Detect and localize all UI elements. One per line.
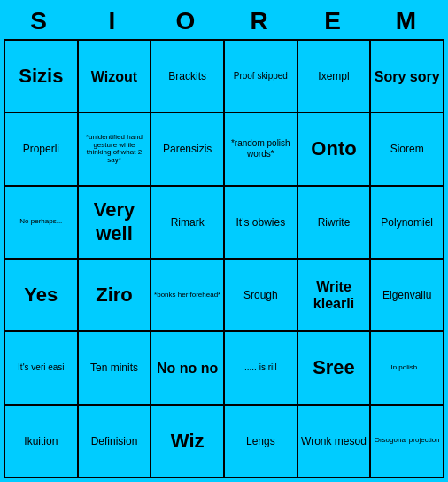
table-row: *bonks her forehead* <box>151 260 225 332</box>
table-row: It's obwies <box>225 187 298 260</box>
table-row: Lengs <box>225 406 298 478</box>
table-row: Wronk mesod <box>298 406 372 478</box>
table-row: Yes <box>5 260 79 332</box>
table-row: Riwrite <box>298 187 372 260</box>
table-row: Definision <box>79 406 152 478</box>
table-row: Properli <box>5 113 79 186</box>
table-row: Wizout <box>79 41 152 113</box>
table-row: Wiz <box>151 406 225 478</box>
bingo-header: S I O R E M <box>4 4 444 39</box>
table-row: Srough <box>225 260 298 332</box>
table-row: Sree <box>298 332 372 405</box>
table-row: Brackits <box>151 41 225 113</box>
table-row: *random polish words* <box>225 113 298 186</box>
table-row: ..... is riil <box>225 332 298 405</box>
header-r: R <box>224 7 297 35</box>
table-row: Very well <box>79 187 152 260</box>
table-row: Parensizis <box>151 113 225 186</box>
header-o: O <box>151 7 224 35</box>
table-row: No perhaps... <box>5 187 79 260</box>
header-e: E <box>297 7 371 35</box>
header-s: S <box>4 7 77 35</box>
bingo-grid: SizisWizoutBrackitsProof skippedIxemplSo… <box>4 39 444 478</box>
table-row: Onto <box>298 113 372 186</box>
table-row: Sory sory <box>371 41 444 113</box>
table-row: In polish... <box>371 332 444 405</box>
table-row: No no no <box>151 332 225 405</box>
header-i: I <box>77 7 151 35</box>
table-row: Rimark <box>151 187 225 260</box>
header-m: M <box>371 7 444 35</box>
table-row: Eigenvaliu <box>371 260 444 332</box>
table-row: Ten minits <box>79 332 152 405</box>
table-row: Siorem <box>371 113 444 186</box>
table-row: It's veri easi <box>5 332 79 405</box>
table-row: Write klearli <box>298 260 372 332</box>
table-row: Orsogonal projection <box>371 406 444 478</box>
table-row: *unidentified hand gesture while thinkin… <box>79 113 152 186</box>
table-row: Ixempl <box>298 41 372 113</box>
bingo-card: S I O R E M SizisWizoutBrackitsProof ski… <box>0 0 448 482</box>
table-row: Polynomiel <box>371 187 444 260</box>
table-row: Ziro <box>79 260 152 332</box>
table-row: Ikuition <box>5 406 79 478</box>
table-row: Sizis <box>5 41 79 113</box>
table-row: Proof skipped <box>225 41 298 113</box>
